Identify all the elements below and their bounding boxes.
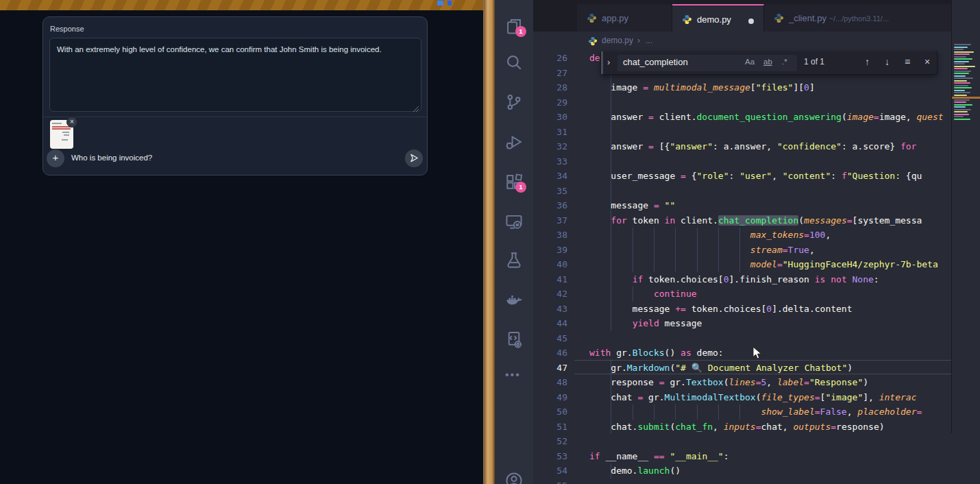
line-number: 37 <box>533 213 567 228</box>
line-number: 41 <box>533 272 567 287</box>
code-line[interactable]: 49 chat = gr.MultimodalTextbox(file_type… <box>533 390 951 405</box>
send-icon <box>409 153 419 163</box>
search-icon[interactable] <box>505 53 523 71</box>
code-line[interactable]: 34 user_message = {"role": "user", "cont… <box>533 169 951 184</box>
desktop-gap-strip <box>483 0 495 484</box>
line-number: 44 <box>533 316 567 331</box>
minimap-line <box>954 71 971 72</box>
code-line[interactable]: 32 answer = [{"answer": a.answer, "confi… <box>533 139 951 154</box>
minimap-line <box>954 111 968 112</box>
line-number: 33 <box>533 154 567 169</box>
response-label: Response <box>50 25 84 33</box>
code-line[interactable]: 48 response = gr.Textbox(lines=5, label=… <box>533 375 951 390</box>
find-previous-button[interactable]: ↑ <box>865 56 870 67</box>
line-number: 53 <box>533 449 567 464</box>
match-case-icon[interactable]: Aa <box>745 58 755 66</box>
background-window-mark <box>437 1 443 5</box>
minimap-line <box>954 101 966 103</box>
minimap-line <box>954 80 967 82</box>
code-line[interactable]: 29 <box>533 95 951 110</box>
line-number: 46 <box>533 346 567 361</box>
regex-icon[interactable]: .* <box>782 58 787 66</box>
line-number: 27 <box>533 66 567 81</box>
line-number: 50 <box>533 404 567 420</box>
minimap-line <box>954 85 968 86</box>
test-beaker-icon[interactable] <box>505 251 523 269</box>
code-line[interactable]: 50 show_label=False, placeholder= <box>533 404 951 420</box>
line-number: 29 <box>533 95 567 110</box>
minimap-line <box>954 47 968 48</box>
minimap-line <box>954 68 968 69</box>
source-control-icon[interactable] <box>505 93 523 111</box>
send-button[interactable] <box>405 149 423 167</box>
code-line[interactable]: 37 for token in client.chat_completion(m… <box>533 213 951 228</box>
line-number: 49 <box>533 390 567 405</box>
textarea-resize-handle[interactable] <box>413 106 419 112</box>
code-line[interactable]: 55 <box>533 479 951 484</box>
whole-word-icon[interactable]: ab <box>763 58 772 66</box>
minimap-line <box>954 49 964 50</box>
code-line[interactable]: 47 gr.Markdown("# 🔍 Document Analyzer Ch… <box>533 361 951 376</box>
dev-container-icon[interactable] <box>505 330 523 348</box>
code-line[interactable]: 30 answer = client.document_question_ans… <box>533 110 951 125</box>
code-line[interactable]: 31 <box>533 125 951 140</box>
run-debug-icon[interactable] <box>505 133 523 151</box>
chat-input-text[interactable]: Who is being invoiced? <box>71 154 152 162</box>
line-number: 36 <box>533 198 567 213</box>
screen: Response With an extremely high level of… <box>0 0 980 484</box>
code-line[interactable]: 41 if token.choices[0].finish_reason is … <box>533 272 951 287</box>
line-number: 28 <box>533 80 567 95</box>
add-file-button[interactable]: + <box>47 149 64 167</box>
line-number: 38 <box>533 228 567 243</box>
find-close-button[interactable]: × <box>924 56 930 67</box>
minimap-line <box>954 63 965 64</box>
code-line[interactable]: 36 message = "" <box>533 198 951 213</box>
minimap-line <box>954 82 970 84</box>
find-next-button[interactable]: ↓ <box>885 56 890 67</box>
find-in-selection-button[interactable]: ≡ <box>905 56 910 67</box>
minimap-line <box>954 109 971 110</box>
response-textarea[interactable]: With an extremely high level of confiden… <box>49 38 421 112</box>
docker-icon[interactable] <box>505 291 523 308</box>
code-line[interactable]: 46with gr.Blocks() as demo: <box>533 346 951 361</box>
minimap-line <box>954 104 972 106</box>
editor-pane[interactable]: 26de2728 image = multimodal_message["fil… <box>533 0 980 484</box>
remote-explorer-icon[interactable] <box>505 213 523 230</box>
code-line[interactable]: 40 model="HuggingFaceH4/zephyr-7b-beta <box>533 257 951 272</box>
toggle-replace-chevron-icon[interactable]: › <box>607 57 610 67</box>
code-line[interactable]: 35 <box>533 184 951 199</box>
code-line[interactable]: 43 message += token.choices[0].delta.con… <box>533 302 951 317</box>
line-number: 31 <box>533 125 567 140</box>
remove-attachment-button[interactable]: × <box>66 117 77 128</box>
line-number: 52 <box>533 434 567 449</box>
code-line[interactable]: 52 <box>533 434 951 449</box>
code-area[interactable]: 26de2728 image = multimodal_message["fil… <box>533 51 951 484</box>
find-widget-sash[interactable] <box>601 51 603 74</box>
find-query-text[interactable]: chat_completion <box>623 57 688 67</box>
line-number: 32 <box>533 139 567 154</box>
minimap-line <box>954 99 970 101</box>
minimap-line <box>954 73 969 74</box>
find-input[interactable]: chat_completion Aa ab .* <box>617 55 797 71</box>
code-line[interactable]: 38 max_tokens=100, <box>533 228 951 243</box>
activity-bar: 1 1 ••• <box>495 0 533 484</box>
code-line[interactable]: 54 demo.launch() <box>533 463 951 479</box>
code-line[interactable]: 53if __name__ == "__main__": <box>533 449 951 464</box>
code-line[interactable]: 44 yield message <box>533 316 951 331</box>
code-line[interactable]: 45 <box>533 331 951 346</box>
line-number: 54 <box>533 463 567 479</box>
line-number: 35 <box>533 184 567 199</box>
background-window-mark <box>448 1 452 5</box>
find-result-count: 1 of 1 <box>804 57 824 66</box>
line-number: 45 <box>533 331 567 346</box>
code-line[interactable]: 51 chat.submit(chat_fn, inputs=chat, out… <box>533 420 951 435</box>
code-line[interactable]: 42 continue <box>533 287 951 302</box>
code-line[interactable]: 33 <box>533 154 951 169</box>
code-line[interactable]: 28 image = multimodal_message["files"][0… <box>533 80 951 95</box>
minimap-line <box>954 58 972 60</box>
account-icon[interactable] <box>505 472 523 484</box>
line-number: 51 <box>533 420 567 435</box>
code-line[interactable]: 39 stream=True, <box>533 243 951 258</box>
minimap[interactable] <box>951 0 980 433</box>
more-actions-icon[interactable]: ••• <box>505 369 523 387</box>
